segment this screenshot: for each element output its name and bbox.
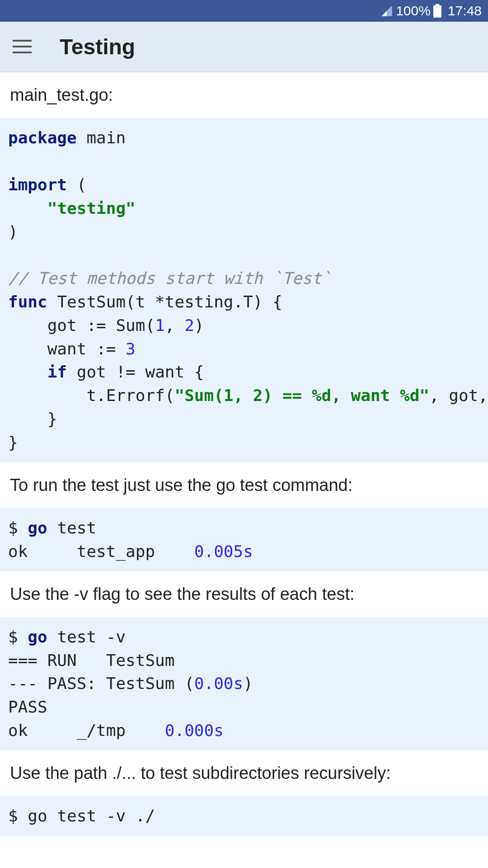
battery-icon (433, 4, 441, 18)
paragraph: To run the test just use the go test com… (0, 462, 488, 508)
code-text: got != want { (67, 363, 204, 381)
code-text: TestSum(t *testing.T) { (47, 292, 282, 311)
code-text (8, 363, 47, 381)
app-bar: Testing (0, 22, 488, 72)
keyword: go (28, 627, 47, 646)
keyword: go (28, 519, 47, 537)
code-text: } (8, 410, 57, 428)
code-text: PASS (8, 698, 47, 716)
code-text: --- PASS: TestSum ( (8, 674, 194, 693)
page-title: Testing (60, 34, 135, 59)
code-text: ok _/tmp (8, 721, 165, 740)
code-text: ) (8, 222, 18, 241)
duration: 0.00s (194, 674, 243, 693)
code-block-main-test: package main import ( "testing" ) // Tes… (0, 118, 488, 462)
paragraph: Use the path ./... to test subdirectorie… (0, 750, 488, 796)
content-scroll[interactable]: main_test.go: package main import ( "tes… (0, 72, 488, 868)
code-text: main (77, 128, 126, 147)
code-text: , (165, 316, 184, 335)
code-text: t.Errorf( (8, 386, 174, 405)
paragraph: Use the -v flag to see the results of ea… (0, 571, 488, 617)
code-text: } (8, 433, 18, 452)
code-text: ( (67, 175, 86, 194)
keyword: import (8, 175, 67, 194)
code-block-partial: $ go test -v ./ (0, 796, 488, 836)
code-text: , got, want) (429, 386, 488, 405)
code-text (8, 199, 47, 217)
code-text: ) (243, 674, 253, 693)
number-literal: 2 (184, 316, 194, 335)
keyword: if (47, 363, 67, 381)
keyword: package (8, 128, 77, 147)
string-literal: "testing" (47, 199, 136, 217)
code-block-go-test: $ go test ok test_app 0.005s (0, 508, 488, 571)
svg-rect-0 (435, 4, 439, 5)
code-text: want := (8, 340, 126, 358)
code-text: got := Sum( (8, 316, 155, 335)
string-literal: "Sum(1, 2) == %d, want %d" (174, 386, 429, 405)
duration: 0.000s (165, 721, 224, 740)
code-block-go-test-v: $ go test -v === RUN TestSum --- PASS: T… (0, 617, 488, 750)
status-bar: 100% 17:48 (0, 0, 488, 22)
code-text: === RUN TestSum (8, 651, 174, 670)
keyword: func (8, 292, 47, 311)
number-literal: 3 (126, 340, 136, 358)
code-text: ) (194, 316, 204, 335)
number-literal: 1 (155, 316, 165, 335)
code-text: test (47, 519, 96, 537)
clock: 17:48 (448, 3, 482, 19)
code-text: $ (8, 519, 28, 537)
code-text: ok test_app (8, 542, 194, 561)
cell-signal-icon (380, 5, 393, 17)
svg-rect-1 (433, 5, 441, 18)
battery-pct: 100% (396, 3, 431, 19)
file-label: main_test.go: (0, 72, 488, 118)
duration: 0.005s (194, 542, 253, 561)
comment: // Test methods start with `Test` (8, 269, 331, 288)
menu-icon[interactable] (13, 36, 34, 57)
code-text: $ (8, 627, 28, 646)
code-text: test -v (47, 627, 126, 646)
